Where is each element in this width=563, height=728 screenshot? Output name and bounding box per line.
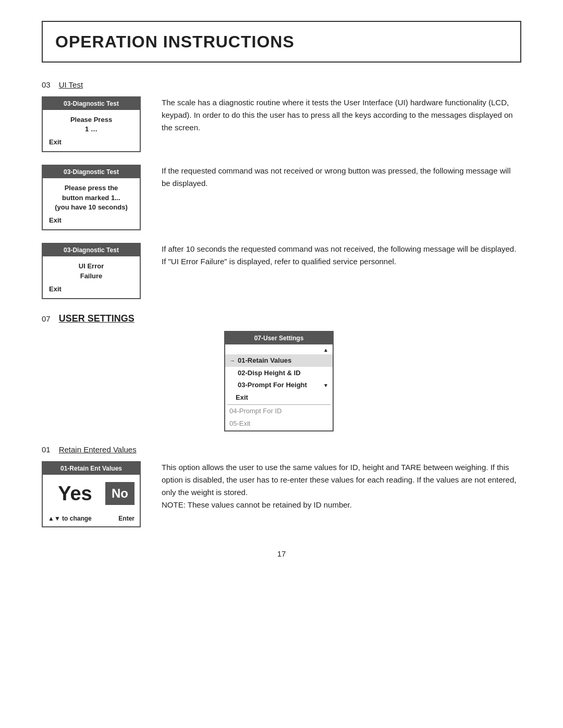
lcd-header-2: 03-Diagnostic Test xyxy=(43,166,140,178)
menu-item-05: 05-Exit xyxy=(225,417,333,430)
page-number: 17 xyxy=(42,548,521,560)
yesno-body: Yes No xyxy=(43,475,140,513)
menu-item-01: → 01-Retain Values xyxy=(225,354,333,367)
section-03-text3: If after 10 seconds the requested comman… xyxy=(162,243,521,268)
menu-item-03-label: 03-Prompt For Height xyxy=(238,380,307,390)
lcd-screen-2: 03-Diagnostic Test Please press the butt… xyxy=(42,165,141,230)
lcd-exit-2: Exit xyxy=(49,215,133,226)
lcd-header-3: 03-Diagnostic Test xyxy=(43,244,140,256)
screen2-container: 03-Diagnostic Test Please press the butt… xyxy=(42,165,146,230)
lcd-body-2: Please press the button marked 1... (you… xyxy=(43,178,140,229)
section-07-label: USER SETTINGS xyxy=(59,312,134,326)
menu-screen: 07-User Settings ▲ → 01-Retain Values → … xyxy=(224,331,334,431)
section-03-text1: The scale has a diagnostic routine where… xyxy=(162,96,521,134)
yesno-no-label: No xyxy=(105,482,134,505)
section-03-label: UI Test xyxy=(59,79,83,91)
section-03-row2: 03-Diagnostic Test Please press the butt… xyxy=(42,165,521,230)
menu-header: 07-User Settings xyxy=(225,332,333,344)
lcd-exit-3: Exit xyxy=(49,284,133,294)
lcd-body-1: Please Press 1 … Exit xyxy=(43,110,140,152)
section-07-num: 07 xyxy=(42,313,51,325)
section-03-text2: If the requested command was not receive… xyxy=(162,165,521,190)
up-arrow-icon: ▲ xyxy=(323,346,328,354)
section-07-heading: 07 USER SETTINGS xyxy=(42,312,521,326)
yesno-footer: ▲▼ to change Enter xyxy=(43,513,140,526)
yesno-yes-label: Yes xyxy=(48,479,102,509)
yesno-footer-left: ▲▼ to change xyxy=(48,514,92,523)
section-01-label: Retain Entered Values xyxy=(59,444,137,456)
section-01-row: 01-Retain Ent Values Yes No ▲▼ to change… xyxy=(42,461,521,527)
section-01-text: This option allows the user to use the s… xyxy=(162,461,521,511)
lcd-text-1: Please Press 1 … xyxy=(49,115,133,134)
lcd-body-3: UI Error Failure Exit xyxy=(43,256,140,298)
page-title-box: OPERATION INSTRUCTIONS xyxy=(42,21,521,63)
lcd-header-1: 03-Diagnostic Test xyxy=(43,97,140,110)
section-01-num: 01 xyxy=(42,444,51,456)
section-03-num: 03 xyxy=(42,79,51,91)
menu-exit: Exit xyxy=(225,391,333,405)
lcd-exit-1: Exit xyxy=(49,137,133,147)
yesno-screen-container: 01-Retain Ent Values Yes No ▲▼ to change… xyxy=(42,461,146,527)
menu-item-04: 04-Prompt For ID xyxy=(225,405,333,417)
yesno-header: 01-Retain Ent Values xyxy=(43,462,140,475)
section-07-content: 07-User Settings ▲ → 01-Retain Values → … xyxy=(42,331,521,431)
section-01-text-content: This option allows the user to use the s… xyxy=(162,463,516,509)
menu-body: ▲ → 01-Retain Values → 02-Disp Height & … xyxy=(225,344,333,430)
down-arrow-icon: ▼ xyxy=(323,381,328,389)
page-title: OPERATION INSTRUCTIONS xyxy=(55,29,508,54)
section-03-heading: 03 UI Test xyxy=(42,79,521,91)
lcd-screen-1: 03-Diagnostic Test Please Press 1 … Exit xyxy=(42,96,141,153)
screen1-container: 03-Diagnostic Test Please Press 1 … Exit xyxy=(42,96,146,153)
lcd-screen-3: 03-Diagnostic Test UI Error Failure Exit xyxy=(42,243,141,299)
lcd-text-2: Please press the button marked 1... (you… xyxy=(49,183,133,212)
screen3-container: 03-Diagnostic Test UI Error Failure Exit xyxy=(42,243,146,299)
section-03-row3: 03-Diagnostic Test UI Error Failure Exit… xyxy=(42,243,521,299)
section-03-row1: 03-Diagnostic Test Please Press 1 … Exit… xyxy=(42,96,521,153)
yesno-footer-right: Enter xyxy=(118,514,134,523)
lcd-text-3: UI Error Failure xyxy=(49,262,133,280)
menu-screen-container: 07-User Settings ▲ → 01-Retain Values → … xyxy=(224,331,334,431)
arrow-icon: → xyxy=(229,356,236,365)
section-01-heading: 01 Retain Entered Values xyxy=(42,444,521,456)
menu-item-02: → 02-Disp Height & ID xyxy=(225,367,333,379)
menu-item-01-label: 01-Retain Values xyxy=(238,355,291,366)
menu-item-02-label: 02-Disp Height & ID xyxy=(238,368,301,378)
yesno-screen: 01-Retain Ent Values Yes No ▲▼ to change… xyxy=(42,461,141,527)
menu-item-03: → 03-Prompt For Height ▼ xyxy=(225,379,333,391)
menu-scroll-up: ▲ xyxy=(225,346,333,354)
